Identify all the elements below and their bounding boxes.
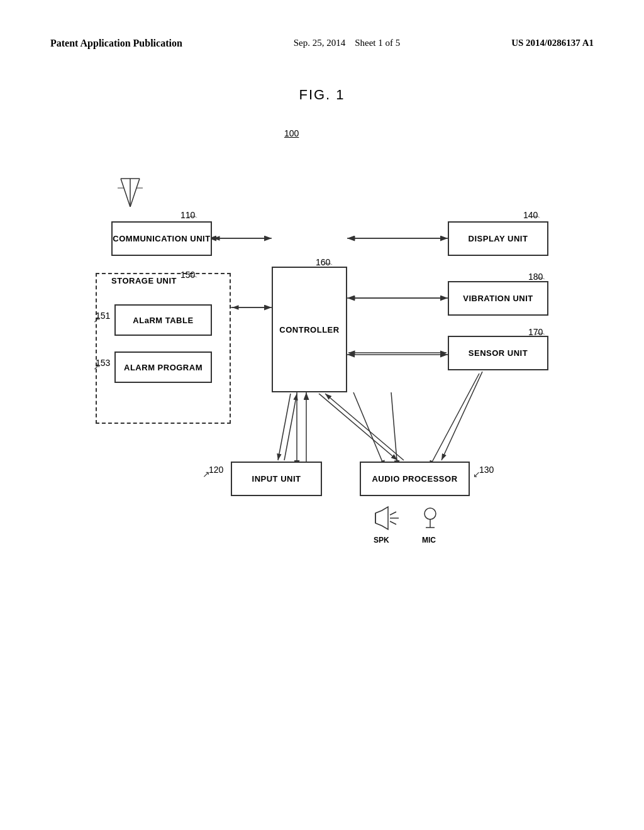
header-center: Sep. 25, 2014 Sheet 1 of 5: [294, 38, 401, 48]
alarm-table-arrow: ↗: [93, 314, 101, 325]
antenna-icon: [118, 172, 143, 207]
svg-line-11: [429, 374, 479, 468]
publication-title: Patent Application Publication: [50, 38, 182, 49]
page-header: Patent Application Publication Sep. 25, …: [50, 38, 594, 49]
mic-label: MIC: [422, 536, 436, 545]
input-unit-box: INPUT UNIT: [231, 462, 322, 496]
audio-processor-box: AUDIO PROCESSOR: [360, 462, 470, 496]
svg-marker-18: [375, 507, 388, 529]
diagram: 100: [77, 128, 567, 694]
svg-line-38: [441, 372, 482, 460]
system-number: 100: [284, 128, 299, 138]
patent-number: US 2014/0286137 A1: [511, 38, 594, 48]
display-bracket: ⌒: [530, 214, 541, 229]
sensor-bracket: ⌒: [535, 331, 546, 346]
input-unit-number: 120: [209, 465, 223, 475]
storage-unit-box: [96, 273, 231, 424]
controller-box: CONTROLLER: [272, 267, 347, 392]
svg-line-37: [325, 394, 404, 460]
svg-line-36: [319, 394, 397, 460]
mic-icon: [419, 507, 441, 531]
svg-point-23: [425, 508, 436, 519]
alarm-program-box: ALARM PROGRAM: [114, 351, 212, 383]
sensor-unit-box: SENSOR UNIT: [448, 336, 548, 370]
svg-line-9: [353, 392, 385, 468]
alarm-program-arrow: ↗: [93, 362, 101, 372]
vibration-bracket: ⌒: [535, 275, 546, 290]
spk-label: SPK: [374, 536, 389, 545]
spk-icon: [372, 506, 401, 534]
svg-line-35: [284, 394, 297, 460]
pub-date: Sep. 25, 2014: [294, 38, 346, 48]
audio-proc-arrow: ↙: [473, 469, 480, 480]
controller-bracket: ⌒: [322, 261, 333, 276]
audio-processor-number: 130: [479, 465, 494, 475]
storage-bracket: ⌒: [187, 274, 198, 289]
sheet-info: Sheet 1 of 5: [355, 38, 400, 48]
figure-label: FIG. 1: [50, 87, 594, 103]
svg-line-10: [391, 392, 397, 468]
vibration-unit-box: VIBRATION UNIT: [448, 281, 548, 316]
input-unit-arrow: ↗: [203, 469, 210, 480]
page: Patent Application Publication Sep. 25, …: [0, 0, 644, 830]
svg-line-34: [278, 394, 291, 460]
alarm-table-box: ALaRM TABLE: [114, 304, 212, 336]
storage-unit-label: STORAGE UNIT: [111, 276, 177, 285]
svg-line-20: [390, 512, 396, 515]
svg-line-12: [121, 179, 130, 207]
svg-line-22: [390, 521, 396, 524]
comm-bracket: ⌒: [187, 214, 198, 229]
svg-line-13: [130, 179, 140, 207]
